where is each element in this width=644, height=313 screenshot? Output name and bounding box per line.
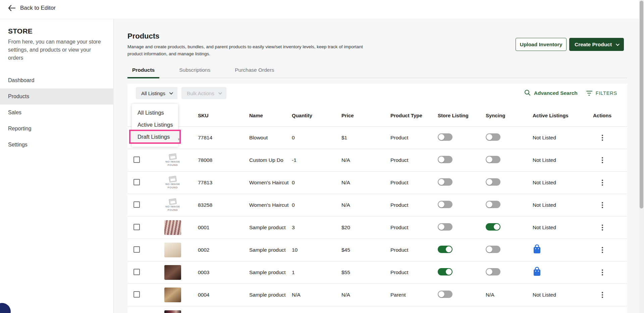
back-to-editor-button[interactable]: Back to Editor (8, 5, 56, 11)
syncing-toggle[interactable] (486, 268, 500, 275)
sidebar-item-reporting[interactable]: Reporting (0, 121, 114, 137)
store-listing-cell (438, 201, 486, 209)
dropdown-option-active-listings[interactable]: Active Listings (132, 119, 178, 131)
main-content: Products Manage and create products, bun… (114, 19, 644, 313)
store-listing-toggle[interactable] (438, 133, 452, 141)
syncing-toggle[interactable] (486, 246, 500, 253)
column-header-active-listings: Active Listings (533, 113, 593, 118)
row-actions-kebab-menu[interactable] (599, 157, 606, 163)
listings-filter-dropdown[interactable]: All Listings (136, 87, 177, 99)
quantity-cell: 3 (292, 225, 341, 231)
column-header-name: Name (249, 113, 292, 118)
scrollbar-thumb[interactable] (640, 1, 643, 208)
product-type-cell: Product (390, 135, 438, 141)
window-scrollbar[interactable] (639, 0, 644, 313)
no-image-placeholder: NO IMAGE FOUND (163, 199, 182, 212)
active-listings-cell: Not Listed (533, 157, 593, 163)
row-checkbox[interactable] (133, 179, 140, 185)
tab-purchase-orders[interactable]: Purchase Orders (230, 66, 279, 78)
sidebar-item-products[interactable]: Products (0, 88, 114, 105)
sku-cell: 0004 (198, 292, 249, 298)
store-listing-toggle[interactable] (438, 156, 452, 163)
product-photo (164, 265, 181, 280)
syncing-toggle[interactable] (486, 201, 500, 208)
sidebar-item-settings[interactable]: Settings (0, 137, 114, 153)
filters-button[interactable]: FILTERS (586, 90, 617, 96)
quantity-cell: 10 (292, 247, 341, 253)
price-cell: N/A (341, 180, 390, 186)
active-listings-cell: Not Listed (533, 202, 593, 208)
active-listings-cell: Not Listed (533, 180, 593, 186)
filter-icon (586, 91, 592, 96)
tab-subscriptions[interactable]: Subscriptions (174, 66, 215, 78)
row-actions-kebab-menu[interactable] (599, 202, 606, 208)
store-listing-cell (438, 156, 486, 165)
row-checkbox[interactable] (133, 246, 140, 253)
table-body: NO IMAGE FOUND 77814 Blowout 0 $1 Produc… (127, 127, 627, 313)
name-cell: Sample product (249, 247, 292, 253)
column-header-syncing: Syncing (486, 113, 533, 118)
row-actions-kebab-menu[interactable] (599, 269, 606, 275)
bulk-actions-dropdown[interactable]: Bulk Actions (181, 87, 226, 99)
store-listing-cell (438, 246, 486, 254)
active-listings-label: Not Listed (533, 202, 556, 208)
name-cell: Sample product (249, 292, 292, 298)
row-actions-kebab-menu[interactable] (599, 292, 606, 298)
product-type-cell: Product (390, 269, 438, 275)
sku-cell: 83258 (198, 202, 249, 208)
top-bar: Back to Editor (0, 0, 644, 19)
column-header-actions: Actions (593, 113, 621, 118)
row-actions-kebab-menu[interactable] (599, 180, 606, 186)
table-row: 0001 Sample product 3 $20 Product Not Li… (127, 216, 627, 239)
sidebar-item-sales[interactable]: Sales (0, 105, 114, 121)
dropdown-option-draft-listings[interactable]: Draft Listings (132, 131, 178, 143)
create-product-button[interactable]: Create Product (569, 38, 624, 51)
name-cell: Blowout (249, 135, 292, 141)
syncing-cell (486, 268, 533, 277)
advanced-search-button[interactable]: Advanced Search (524, 89, 578, 97)
arrow-left-icon (8, 5, 15, 11)
row-checkbox[interactable] (133, 156, 140, 163)
sidebar-description: From here, you can manage your store set… (8, 38, 105, 62)
name-cell: Custom Up Do (249, 157, 292, 163)
store-listing-toggle[interactable] (438, 178, 452, 186)
product-thumbnail (148, 243, 198, 257)
store-listing-toggle[interactable] (438, 246, 452, 253)
upload-inventory-button[interactable]: Upload Inventory (516, 38, 567, 51)
store-listing-toggle[interactable] (438, 268, 452, 275)
quantity-cell: N/A (292, 292, 341, 298)
product-photo (164, 310, 181, 313)
store-listing-toggle[interactable] (438, 291, 452, 298)
store-listing-toggle[interactable] (438, 201, 452, 208)
store-listing-toggle[interactable] (438, 223, 452, 231)
quantity-cell: 0 (292, 135, 341, 141)
row-checkbox[interactable] (133, 269, 140, 275)
dropdown-option-all-listings[interactable]: All Listings (132, 107, 178, 119)
active-listings-label: Not Listed (533, 225, 556, 230)
sidebar-title: STORE (8, 27, 33, 35)
sku-cell: 0003 (198, 269, 249, 275)
table-row: NO IMAGE FOUND 78008 Custom Up Do -1 N/A… (127, 149, 627, 172)
syncing-toggle[interactable] (486, 223, 500, 231)
row-actions-kebab-menu[interactable] (599, 247, 606, 253)
row-checkbox[interactable] (133, 224, 140, 230)
row-actions-kebab-menu[interactable] (599, 225, 606, 231)
row-actions-kebab-menu[interactable] (599, 135, 606, 141)
syncing-cell (486, 133, 533, 142)
product-type-cell: Product (390, 202, 438, 208)
syncing-toggle[interactable] (486, 156, 500, 163)
sidebar-item-dashboard[interactable]: Dashboard (0, 72, 114, 88)
store-listing-cell (438, 178, 486, 187)
syncing-toggle[interactable] (486, 133, 500, 141)
active-listings-label: Not Listed (533, 157, 556, 163)
syncing-toggle[interactable] (486, 178, 500, 186)
quantity-cell: 0 (292, 202, 341, 208)
product-thumbnail (148, 265, 198, 280)
row-checkbox[interactable] (133, 201, 140, 208)
active-listings-label: Not Listed (533, 292, 556, 298)
quantity-cell: 1 (292, 269, 341, 275)
row-checkbox[interactable] (133, 291, 140, 298)
tab-products[interactable]: Products (127, 66, 159, 78)
quantity-cell: -1 (292, 157, 341, 163)
sku-cell: 77813 (198, 180, 249, 186)
